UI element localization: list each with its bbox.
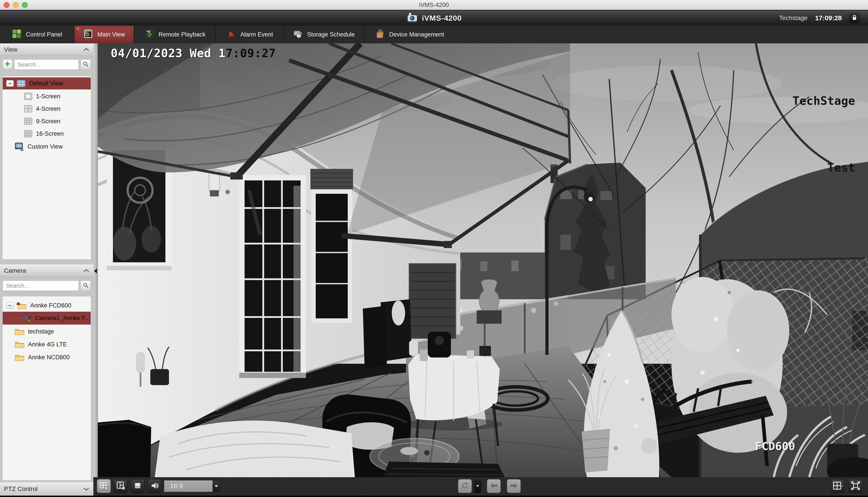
camera-item-annke-fcd600[interactable]: Annke FCD600 bbox=[3, 299, 91, 311]
close-tab-icon[interactable]: × bbox=[76, 26, 79, 31]
device-management-icon bbox=[375, 29, 385, 41]
tab-label: Control Panel bbox=[26, 31, 62, 38]
camera-item-camera1[interactable]: Camera1_Annke F... bbox=[3, 312, 91, 325]
aspect-ratio-value: 16:9 bbox=[170, 482, 183, 490]
previous-page-button[interactable] bbox=[487, 479, 501, 493]
prev-icon bbox=[489, 481, 498, 491]
add-view-icon bbox=[5, 61, 11, 68]
logged-in-user[interactable]: Techstage bbox=[779, 14, 808, 22]
cycle-dropdown-button[interactable] bbox=[474, 479, 481, 493]
app-header: iVMS-4200 Techstage 17:09:28 bbox=[0, 11, 868, 26]
app-brand: iVMS-4200 bbox=[406, 11, 461, 26]
tab-main-view[interactable]: × Main View bbox=[74, 26, 134, 43]
custom-view-icon bbox=[15, 142, 24, 151]
view-tree: Default View 1-Screen 4-Screen 9-Screen … bbox=[2, 76, 91, 260]
save-view-icon bbox=[99, 481, 108, 491]
window-division-button[interactable] bbox=[114, 479, 128, 493]
multi-grid-icon bbox=[16, 80, 26, 87]
camera-item-annke-4g-lte[interactable]: Annke 4G LTE bbox=[3, 338, 91, 350]
tree-item-label: techstage bbox=[28, 328, 54, 335]
collapse-icon[interactable] bbox=[83, 47, 89, 52]
fullscreen-icon bbox=[851, 481, 860, 491]
tree-item-16-screen[interactable]: 16-Screen bbox=[3, 128, 91, 140]
screen-16-icon bbox=[24, 130, 32, 138]
aspect-dropdown-icon bbox=[215, 485, 218, 487]
screen-division-icon bbox=[833, 481, 843, 491]
collapse-icon[interactable] bbox=[83, 269, 89, 273]
aspect-ratio-select[interactable]: 16:9 bbox=[164, 480, 212, 492]
stop-all-button[interactable] bbox=[131, 479, 145, 493]
camera-panel-header[interactable]: Camera bbox=[0, 265, 93, 277]
view-panel-title: View bbox=[4, 46, 17, 53]
save-view-button[interactable] bbox=[97, 479, 111, 493]
tree-item-label: Annke FCD600 bbox=[30, 302, 71, 309]
folder-icon bbox=[15, 328, 25, 335]
liveview-toolbar: 16:9 bbox=[93, 477, 868, 496]
camera-scene-graphic bbox=[98, 43, 868, 477]
cycle-icon bbox=[461, 481, 469, 491]
camera-search-button[interactable] bbox=[80, 281, 91, 291]
tab-alarm-event[interactable]: Alarm Event bbox=[216, 26, 283, 43]
sidebar-splitter[interactable] bbox=[93, 43, 98, 477]
header-clock: 17:09:28 bbox=[815, 14, 842, 22]
panel-collapse-icon[interactable] bbox=[94, 269, 97, 273]
tree-item-default-view[interactable]: Default View bbox=[3, 77, 91, 89]
screen-division-button[interactable] bbox=[831, 479, 845, 493]
tree-item-custom-view[interactable]: Custom View bbox=[3, 141, 91, 153]
tab-remote-playback[interactable]: Remote Playback bbox=[134, 26, 216, 43]
alarm-event-icon bbox=[226, 29, 236, 41]
tab-label: Remote Playback bbox=[159, 31, 206, 38]
view-search-button[interactable] bbox=[80, 59, 91, 70]
remote-playback-icon bbox=[144, 29, 155, 41]
ptz-panel-header[interactable]: PTZ Control bbox=[0, 482, 93, 496]
view-search-row bbox=[0, 56, 93, 74]
camera-panel-title: Camera bbox=[4, 267, 26, 274]
lock-button[interactable] bbox=[849, 13, 859, 23]
screen-9-icon bbox=[24, 117, 32, 125]
folder-icon bbox=[15, 354, 25, 361]
add-view-button[interactable] bbox=[3, 59, 13, 69]
camera-item-techstage[interactable]: techstage bbox=[3, 326, 91, 338]
tab-control-panel[interactable]: Control Panel bbox=[0, 26, 74, 43]
tree-item-label: 16-Screen bbox=[36, 130, 64, 137]
tree-item-9-screen[interactable]: 9-Screen bbox=[3, 115, 91, 127]
control-panel-icon bbox=[12, 29, 22, 41]
aspect-ratio-dropdown-button[interactable] bbox=[212, 480, 220, 492]
view-panel-header[interactable]: View bbox=[0, 43, 93, 56]
camera-search-input[interactable] bbox=[3, 281, 79, 291]
tab-label: Storage Schedule bbox=[307, 31, 355, 38]
collapse-node-icon[interactable] bbox=[6, 302, 14, 309]
camera-search-row bbox=[0, 277, 93, 295]
tree-item-label: 4-Screen bbox=[36, 105, 60, 112]
aspect-dropdown-icon bbox=[476, 485, 479, 487]
tab-storage-schedule[interactable]: Storage Schedule bbox=[284, 26, 364, 43]
app-logo-camera-icon bbox=[406, 12, 418, 25]
live-view-tile[interactable]: 04/01/2023 Wed 17:09:27 TechStage Test F… bbox=[98, 43, 868, 477]
search-icon bbox=[83, 61, 88, 68]
next-page-button[interactable] bbox=[507, 479, 521, 493]
collapse-node-icon[interactable] bbox=[6, 80, 14, 87]
tab-device-management[interactable]: Device Management bbox=[364, 26, 455, 43]
cycle-live-view-button[interactable] bbox=[458, 479, 472, 493]
audio-icon bbox=[150, 481, 159, 491]
osd-timestamp: 04/01/2023 Wed 17:09:27 bbox=[111, 46, 276, 60]
screen-1-icon bbox=[24, 93, 32, 100]
tree-item-label: Default View bbox=[29, 80, 63, 87]
osd-watermark-line1: TechStage bbox=[792, 90, 855, 112]
window-title: iVMS-4200 bbox=[0, 2, 868, 9]
tree-item-label: Annke NCD800 bbox=[28, 354, 70, 361]
screen-4-icon bbox=[24, 105, 32, 113]
tree-item-label: 9-Screen bbox=[36, 118, 60, 125]
tree-item-label: Annke 4G LTE bbox=[28, 341, 67, 348]
search-icon bbox=[83, 282, 88, 289]
lock-icon bbox=[851, 14, 858, 22]
expand-icon[interactable] bbox=[83, 487, 89, 491]
stop-icon bbox=[134, 482, 141, 490]
fullscreen-button[interactable] bbox=[849, 479, 863, 493]
camera-item-annke-ncd800[interactable]: Annke NCD800 bbox=[3, 351, 91, 363]
audio-button[interactable] bbox=[148, 479, 161, 493]
view-search-input[interactable] bbox=[14, 59, 79, 70]
tree-item-4-screen[interactable]: 4-Screen bbox=[3, 103, 91, 115]
osd-watermark: TechStage Test bbox=[792, 45, 855, 223]
tree-item-1-screen[interactable]: 1-Screen bbox=[3, 90, 91, 102]
